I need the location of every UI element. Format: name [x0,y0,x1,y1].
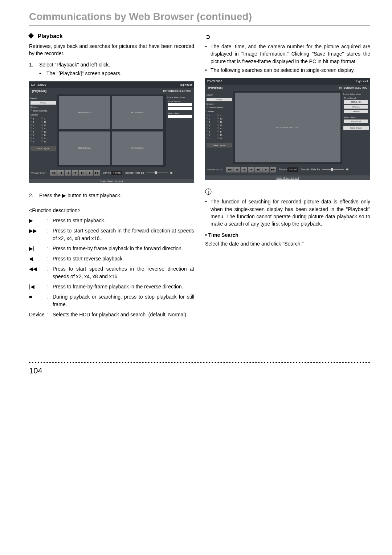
ss1-camera-grid: 1 9 2 10 3 11 4 12 5 13 6 14 7 [30,117,56,143]
step-2: 2. Press the ▶ button to start playback. [29,192,194,199]
cam-16[interactable]: 16 [220,137,222,139]
device-select[interactable]: Normal [111,171,122,175]
ss1-transport-bar: Version: 0.6.2.4 ◀◀ ◀ |◀ ■ ▶| ▶ ▶▶ Devic… [29,167,194,179]
page-footer: 104 [29,362,370,376]
ss1-right-panel: Image Information Time Search Alarm Sear… [166,94,194,167]
reverse-play-button[interactable]: ◀ [233,167,240,173]
ss1-layout-select[interactable]: 4x4(a) [30,101,56,105]
ss1-time-search-field[interactable] [168,103,192,106]
cam-16[interactable]: 16 [44,141,46,143]
cam-13[interactable]: 13 [220,127,222,130]
video-cell[interactable]: MITSUBISHI [112,96,163,129]
cam-15[interactable]: 15 [44,137,46,139]
playback-section-title: Playback [29,32,194,40]
stop-button[interactable]: ■ [248,167,254,173]
ss2-show-cam[interactable]: Show Cam No. [209,106,224,109]
cam-6[interactable]: 6 [33,134,34,136]
ss1-time-search-field2[interactable] [168,107,192,110]
step-1-number: 1. [29,61,39,68]
ss2-left-panel: Layout Single Display Show Cam No. Camer… [205,91,233,164]
play-button[interactable]: ▶ [86,170,93,176]
step-forward-icon: ▶| [29,245,47,252]
ss1-version: Version: 0.6.2.4 [31,171,49,175]
ss2-save-layout-button[interactable]: Save Layout [207,143,232,148]
ss2-footer-links[interactable]: Main Menu | Logout [205,175,370,181]
video-cell-single[interactable]: MITSUBISHI ELECTRIC [235,93,340,162]
cam-3[interactable]: 3 [33,124,34,126]
ss1-show-cam[interactable]: Show Cam No. [33,110,48,112]
cam-12[interactable]: 12 [44,127,46,130]
tip-arrow-icon: ➲ [205,32,370,41]
cam-13[interactable]: 13 [44,131,46,133]
step-back-button[interactable]: |◀ [241,167,247,173]
rewind-icon: ◀◀ [29,265,47,280]
cam-14[interactable]: 14 [220,131,222,133]
ss2-date-field[interactable]: 2005/04/01 [344,100,368,104]
cam-8[interactable]: 8 [209,137,210,139]
rate-lo: Lo [141,171,144,175]
cam-7[interactable]: 7 [33,137,34,139]
video-cell[interactable]: MITSUBISHI [59,96,110,129]
cam-1[interactable]: 1 [209,114,210,117]
reverse-play-button[interactable]: ◀ [57,170,64,176]
ss2-alarm-list-button[interactable]: Alarm List [344,119,368,123]
ss2-video-area: MITSUBISHI ELECTRIC [233,91,342,164]
cam-4[interactable]: 4 [209,124,210,126]
stop-button[interactable]: ■ [72,170,78,176]
ss2-time-field[interactable]: 0:15:21 [344,105,368,109]
left-column: Playback Retrieves, plays back and searc… [29,32,194,318]
diamond-icon [28,33,34,39]
video-cell[interactable]: MITSUBISHI [59,131,110,165]
cam-5[interactable]: 5 [33,131,34,133]
cam-2[interactable]: 2 [209,118,210,120]
rewind-button[interactable]: ◀◀ [50,170,57,176]
cam-2[interactable]: 2 [33,121,34,123]
cam-8[interactable]: 8 [33,141,34,143]
cam-12[interactable]: 12 [220,124,222,126]
cam-3[interactable]: 3 [209,121,210,123]
step-forward-button[interactable]: ▶| [255,167,262,173]
ss1-footer-links[interactable]: Main Menu | Logout [29,179,194,185]
fast-forward-button[interactable]: ▶▶ [94,170,100,176]
ss2-layout-select[interactable]: Single [207,98,232,101]
playback-screenshot-single: DX-TL5000 login:root [Playback] MITSUBIS… [205,78,370,180]
cam-9[interactable]: 9 [44,118,45,120]
stop-icon: ■ [29,293,47,308]
playback-title-text: Playback [37,33,62,39]
cam-11[interactable]: 11 [220,121,222,123]
ss1-video-area: MITSUBISHI MITSUBISHI MITSUBISHI MITSUBI… [57,94,166,167]
rate-label: Transfer Rate [301,168,317,171]
ss2-search-button[interactable]: Search [344,110,368,113]
cam-15[interactable]: 15 [220,134,222,136]
vid-brand: MITSUBISHI [78,111,91,114]
cam-9[interactable]: 9 [220,114,221,117]
rewind-button[interactable]: ◀◀ [226,167,233,173]
ss2-title: [Playback] [208,86,222,90]
cam-10[interactable]: 10 [220,118,222,120]
rate-lo: Lo [317,168,320,171]
cam-11[interactable]: 11 [44,124,46,126]
rate-slider[interactable] [322,169,344,170]
ss1-save-layout-button[interactable]: Save Layout [30,146,56,151]
cam-10[interactable]: 10 [44,121,46,123]
step-back-button[interactable]: |◀ [65,170,71,176]
rate-slider[interactable] [146,173,168,173]
device-select[interactable]: Normal [287,167,298,172]
ss1-title: [Playback] [32,89,46,93]
fast-forward-button[interactable]: ▶▶ [270,167,276,173]
ss2-save-image-button[interactable]: Save Image [343,126,369,130]
video-cell[interactable]: MITSUBISHI [112,131,163,165]
cam-7[interactable]: 7 [209,134,210,136]
step-2-number: 2. [29,192,39,199]
device-label-icon: Device [29,311,47,318]
device-label: Device [279,168,287,171]
step-forward-button[interactable]: ▶| [79,170,86,176]
cam-14[interactable]: 14 [44,134,46,136]
ss2-transport-bar: Version: 0.6.2.4 ◀◀ ◀ |◀ ■ ▶| ▶ ▶▶ Devic… [205,164,370,175]
cam-5[interactable]: 5 [209,127,210,130]
ss1-alarm-field[interactable] [168,115,192,118]
play-button[interactable]: ▶ [262,167,269,173]
cam-1[interactable]: 1 [33,118,34,120]
cam-4[interactable]: 4 [33,127,34,130]
cam-6[interactable]: 6 [209,131,210,133]
